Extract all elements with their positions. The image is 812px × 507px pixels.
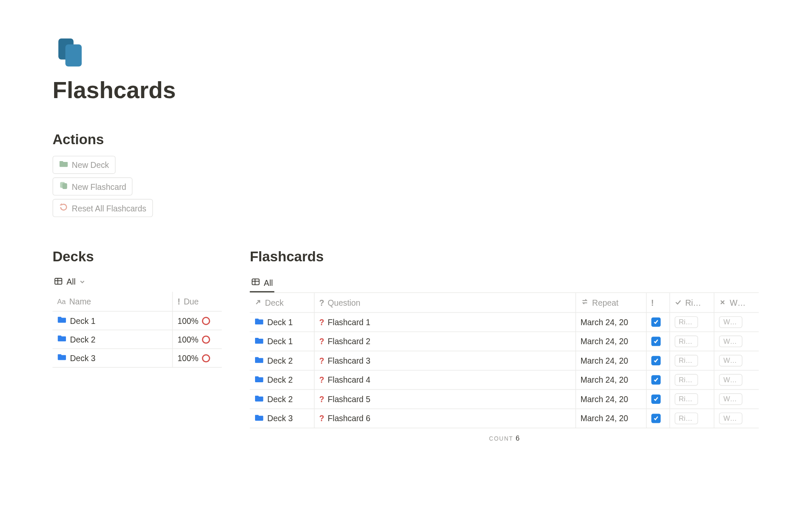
- wrong-button[interactable]: Wro…: [719, 355, 743, 367]
- progress-ring-icon: [202, 317, 210, 325]
- flashcards-view-tab-all[interactable]: All: [250, 274, 274, 292]
- folder-icon: [255, 336, 264, 347]
- table-row[interactable]: Deck 2?Flashcard 5March 24, 20RightWro…: [250, 389, 759, 409]
- flash-col-bang[interactable]: !: [646, 293, 670, 312]
- folder-icon: [255, 413, 264, 424]
- svg-rect-1: [66, 44, 82, 66]
- flashcards-table: Deck ? Question: [250, 293, 759, 428]
- question-icon: ?: [319, 356, 324, 365]
- exclamation-icon: !: [178, 297, 180, 306]
- new-flashcard-button[interactable]: New Flashcard: [52, 178, 133, 196]
- table-row[interactable]: Deck 2100%: [52, 330, 222, 348]
- right-button[interactable]: Right: [675, 336, 698, 348]
- folder-icon: [255, 374, 264, 385]
- flash-deck: Deck 2: [267, 395, 293, 404]
- relation-arrow-icon: [255, 298, 262, 307]
- table-row[interactable]: Deck 2?Flashcard 3March 24, 20RightWro…: [250, 351, 759, 370]
- table-icon: [251, 277, 260, 288]
- flash-deck: Deck 3: [267, 414, 293, 423]
- progress-ring-icon: [202, 354, 210, 362]
- flash-deck: Deck 2: [267, 375, 293, 384]
- flash-repeat: March 24, 20: [580, 337, 628, 346]
- chevron-down-icon: [79, 277, 85, 287]
- reset-icon: [59, 203, 68, 214]
- wrong-button[interactable]: Wro…: [719, 336, 743, 348]
- table-row[interactable]: Deck 3?Flashcard 6March 24, 20RightWro…: [250, 409, 759, 428]
- flashcards-section: Flashcards All: [250, 249, 759, 442]
- right-button[interactable]: Right: [675, 413, 698, 425]
- flash-question: Flashcard 4: [328, 375, 370, 384]
- decks-col-due[interactable]: ! Due: [173, 292, 222, 311]
- page-icon: [52, 35, 759, 72]
- flash-col-deck[interactable]: Deck: [250, 293, 314, 312]
- checked-checkbox[interactable]: [651, 337, 661, 346]
- flashcards-count: COUNT6: [250, 428, 759, 442]
- question-icon: ?: [319, 414, 324, 423]
- deck-name: Deck 1: [70, 316, 96, 325]
- due-percent: 100%: [178, 354, 198, 363]
- checked-checkbox[interactable]: [651, 318, 661, 327]
- table-row[interactable]: Deck 1100%: [52, 311, 222, 330]
- question-icon: ?: [319, 298, 324, 307]
- wrong-button[interactable]: Wro…: [719, 374, 743, 386]
- right-button[interactable]: Right: [675, 393, 698, 405]
- svg-rect-3: [63, 183, 67, 189]
- decks-heading: Decks: [52, 249, 222, 265]
- checked-checkbox[interactable]: [651, 395, 661, 404]
- flash-col-wrong[interactable]: W…: [714, 293, 759, 312]
- flash-col-right[interactable]: Ri…: [670, 293, 714, 312]
- flash-question: Flashcard 3: [328, 356, 370, 365]
- right-button[interactable]: Right: [675, 355, 698, 367]
- new-deck-button[interactable]: New Deck: [52, 156, 115, 174]
- folder-icon: [255, 394, 264, 405]
- deck-name: Deck 2: [70, 334, 96, 344]
- actions-heading: Actions: [52, 132, 759, 148]
- right-button[interactable]: Right: [675, 374, 698, 386]
- repeat-icon: [580, 298, 588, 307]
- table-row[interactable]: Deck 1?Flashcard 1March 24, 20RightWro…: [250, 312, 759, 332]
- folder-icon: [57, 315, 66, 326]
- folder-icon: [255, 355, 264, 366]
- page-title: Flashcards: [52, 77, 759, 103]
- exclamation-icon: !: [651, 298, 654, 307]
- table-row[interactable]: Deck 1?Flashcard 2March 24, 20RightWro…: [250, 332, 759, 351]
- flash-repeat: March 24, 20: [580, 395, 628, 404]
- flash-question: Flashcard 1: [328, 318, 370, 327]
- decks-table: Aa Name ! Due Deck 1100%Deck 2100%Deck 3: [52, 292, 222, 367]
- wrong-button[interactable]: Wro…: [719, 413, 743, 425]
- flash-repeat: March 24, 20: [580, 375, 628, 384]
- flash-question: Flashcard 5: [328, 395, 370, 404]
- table-row[interactable]: Deck 2?Flashcard 4March 24, 20RightWro…: [250, 370, 759, 390]
- flash-repeat: March 24, 20: [580, 414, 628, 423]
- progress-ring-icon: [202, 335, 210, 343]
- question-icon: ?: [319, 318, 324, 327]
- reset-all-button[interactable]: Reset All Flashcards: [52, 199, 153, 217]
- checked-checkbox[interactable]: [651, 375, 661, 384]
- folder-icon: [59, 159, 68, 170]
- flash-deck: Deck 1: [267, 318, 293, 327]
- question-icon: ?: [319, 395, 324, 404]
- question-icon: ?: [319, 375, 324, 384]
- svg-rect-4: [55, 278, 62, 284]
- right-button[interactable]: Right: [675, 316, 698, 328]
- decks-col-name[interactable]: Aa Name: [52, 292, 173, 311]
- decks-section: Decks All Aa: [52, 249, 222, 368]
- question-icon: ?: [319, 337, 324, 346]
- flash-col-repeat[interactable]: Repeat: [576, 293, 646, 312]
- flash-col-question[interactable]: ? Question: [314, 293, 576, 312]
- table-icon: [54, 276, 63, 287]
- wrong-button[interactable]: Wro…: [719, 393, 743, 405]
- due-percent: 100%: [178, 334, 198, 344]
- flash-repeat: March 24, 20: [580, 356, 628, 365]
- checked-checkbox[interactable]: [651, 414, 661, 423]
- folder-icon: [57, 353, 66, 364]
- decks-view-tab-all[interactable]: All: [52, 273, 86, 291]
- checked-checkbox[interactable]: [651, 356, 661, 365]
- deck-name: Deck 3: [70, 354, 96, 363]
- actions-section: Actions New Deck New Flashcard: [52, 132, 759, 221]
- flash-deck: Deck 2: [267, 356, 293, 365]
- x-icon: [719, 298, 727, 307]
- text-type-icon: Aa: [57, 298, 66, 306]
- table-row[interactable]: Deck 3100%: [52, 349, 222, 367]
- wrong-button[interactable]: Wro…: [719, 316, 743, 328]
